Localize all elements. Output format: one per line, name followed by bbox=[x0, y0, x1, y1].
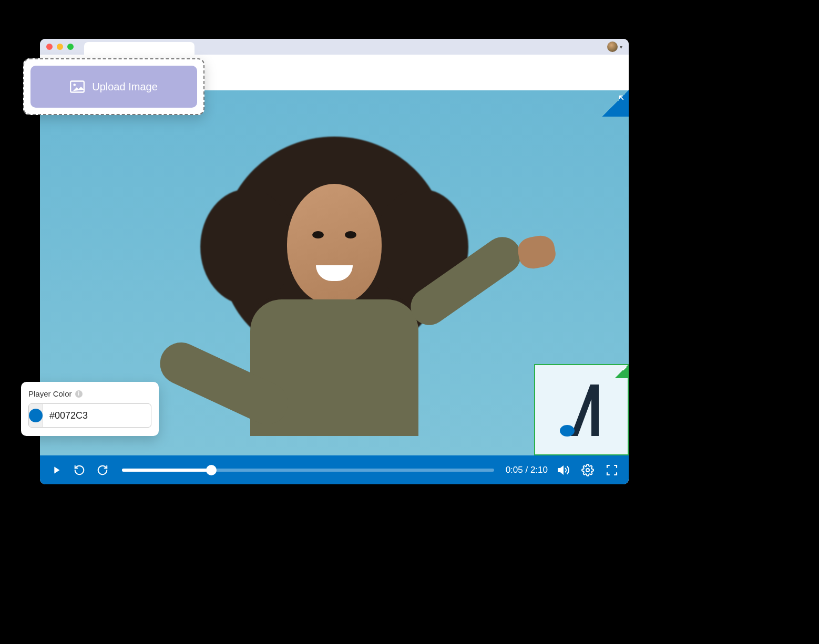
color-swatch-button[interactable] bbox=[29, 404, 43, 427]
brand-logo-icon bbox=[552, 378, 610, 441]
window-controls bbox=[46, 44, 74, 50]
play-button[interactable] bbox=[48, 462, 64, 478]
player-color-panel: Player Color i bbox=[21, 382, 159, 436]
svg-point-2 bbox=[586, 469, 589, 472]
avatar bbox=[607, 41, 618, 52]
player-color-label: Player Color bbox=[28, 389, 72, 398]
color-swatch bbox=[29, 409, 43, 422]
volume-button[interactable] bbox=[555, 462, 572, 479]
resize-corner-icon[interactable] bbox=[602, 90, 629, 117]
time-display: 0:05 / 2:10 bbox=[506, 465, 548, 475]
logo-overlay[interactable] bbox=[534, 364, 629, 455]
upload-image-button[interactable]: Upload Image bbox=[30, 66, 197, 108]
progress-thumb[interactable] bbox=[206, 465, 217, 475]
fullscreen-button[interactable] bbox=[603, 462, 620, 479]
svg-point-0 bbox=[560, 425, 575, 437]
minimize-window-button[interactable] bbox=[57, 44, 63, 50]
rewind-button[interactable] bbox=[71, 462, 87, 478]
browser-tab[interactable] bbox=[84, 42, 194, 55]
svg-rect-3 bbox=[70, 81, 84, 92]
maximize-window-button[interactable] bbox=[67, 44, 74, 50]
progress-slider[interactable] bbox=[122, 469, 494, 472]
color-hex-input[interactable] bbox=[43, 410, 151, 421]
account-menu[interactable]: ▾ bbox=[607, 41, 622, 52]
close-window-button[interactable] bbox=[46, 44, 53, 50]
upload-button-label: Upload Image bbox=[92, 81, 158, 93]
settings-button[interactable] bbox=[579, 462, 596, 479]
check-icon bbox=[615, 365, 628, 378]
color-input[interactable] bbox=[28, 403, 151, 428]
chevron-down-icon: ▾ bbox=[620, 44, 622, 50]
browser-chrome: ▾ bbox=[40, 39, 629, 55]
progress-fill bbox=[122, 469, 211, 472]
video-player-controls: 0:05 / 2:10 bbox=[40, 455, 629, 484]
video-content bbox=[177, 131, 492, 446]
upload-drop-zone[interactable]: Upload Image bbox=[23, 58, 204, 115]
image-icon bbox=[70, 80, 85, 93]
forward-button[interactable] bbox=[95, 462, 110, 478]
info-icon[interactable]: i bbox=[75, 390, 83, 398]
svg-point-4 bbox=[74, 84, 76, 86]
svg-marker-1 bbox=[558, 466, 563, 474]
